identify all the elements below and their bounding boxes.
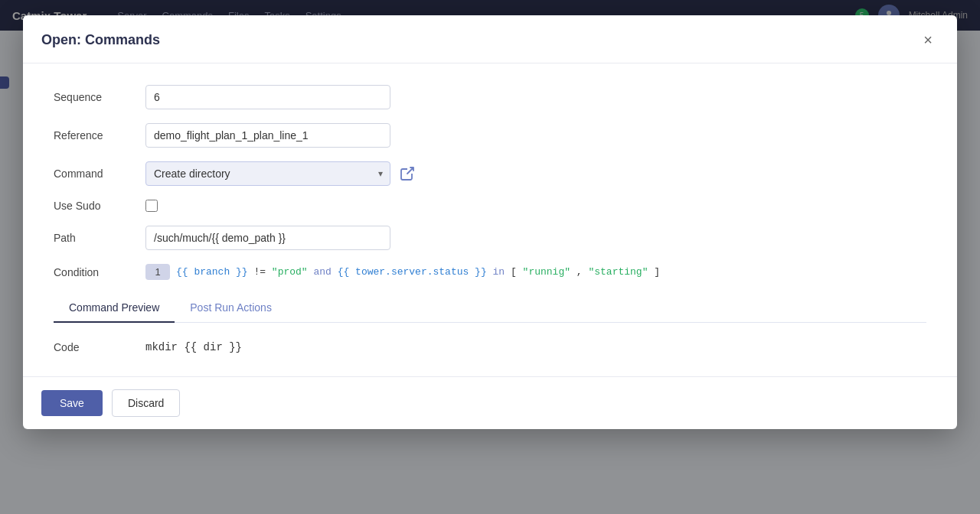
sequence-input[interactable] (145, 85, 390, 109)
code-label: Code (54, 341, 145, 353)
tab-content-command-preview: Code mkdir {{ dir }} (54, 323, 926, 361)
tabs-bar: Command Preview Post Run Actions (54, 294, 926, 323)
sequence-label: Sequence (54, 91, 145, 103)
reference-label: Reference (54, 129, 145, 142)
path-row: Path (54, 226, 926, 250)
tab-post-run-actions[interactable]: Post Run Actions (175, 294, 287, 323)
modal-overlay: Open: Commands × Sequence Reference Comm… (0, 0, 980, 514)
condition-wrapper: 1 {{ branch }} != "prod" and {{ tower.se… (145, 264, 926, 280)
path-input[interactable] (145, 226, 390, 250)
modal-dialog: Open: Commands × Sequence Reference Comm… (23, 15, 957, 429)
use-sudo-row: Use Sudo (54, 200, 926, 212)
command-row: Command Create directory ▾ (54, 161, 926, 186)
command-select-container: Create directory ▾ (145, 161, 390, 186)
discard-button[interactable]: Discard (112, 389, 180, 417)
save-button[interactable]: Save (41, 390, 103, 416)
external-link-button[interactable] (397, 163, 418, 184)
modal-footer: Save Discard (23, 376, 957, 429)
condition-label: Condition (54, 266, 145, 278)
path-label: Path (54, 232, 145, 244)
close-button[interactable]: × (917, 29, 939, 50)
reference-row: Reference (54, 123, 926, 148)
use-sudo-checkbox[interactable] (145, 200, 158, 212)
tab-command-preview[interactable]: Command Preview (54, 294, 175, 323)
reference-input[interactable] (145, 123, 390, 148)
command-label: Command (54, 168, 145, 180)
code-value: mkdir {{ dir }} (145, 341, 242, 353)
sequence-row: Sequence (54, 85, 926, 109)
code-row: Code mkdir {{ dir }} (54, 341, 926, 353)
modal-title: Open: Commands (41, 32, 160, 48)
modal-body: Sequence Reference Command Create direct… (23, 63, 957, 376)
use-sudo-label: Use Sudo (54, 200, 145, 212)
modal-header: Open: Commands × (23, 15, 957, 63)
command-select[interactable]: Create directory (145, 161, 390, 186)
condition-badge: 1 (145, 264, 170, 280)
command-select-wrapper: Create directory ▾ (145, 161, 418, 186)
condition-expression: {{ branch }} != "prod" and {{ tower.serv… (176, 266, 660, 278)
condition-row: Condition 1 {{ branch }} != "prod" and {… (54, 264, 926, 280)
